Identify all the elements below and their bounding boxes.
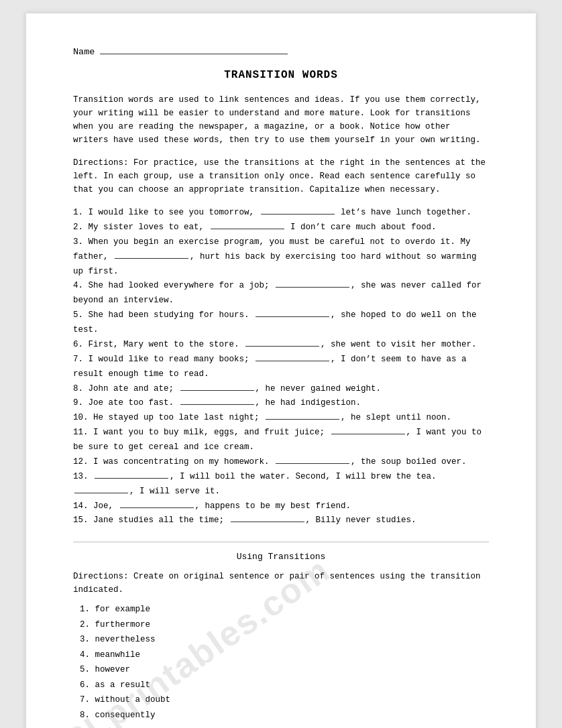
blank-9 <box>180 404 254 405</box>
blank-7 <box>256 361 329 361</box>
exercise-5: 5. She had been studying for hours. , sh… <box>73 308 489 338</box>
exercise-8: 8. John ate and ate; , he never gained w… <box>73 382 489 397</box>
blank-14 <box>120 507 194 508</box>
list-item-1: 1. for example <box>80 602 489 617</box>
list-item-8: 8. consequently <box>80 708 489 723</box>
blank-1 <box>261 214 335 215</box>
exercise-10: 10. He stayed up too late last night; , … <box>73 411 489 426</box>
list-item-2: 2. furthermore <box>80 617 489 633</box>
list-item-7: 7. without a doubt <box>80 692 489 708</box>
blank-13a <box>95 478 168 479</box>
blank-12 <box>276 463 349 464</box>
blank-15 <box>231 522 304 522</box>
list-item-4: 4. meanwhile <box>80 648 489 663</box>
exercise-2: 2. My sister loves to eat, I don’t care … <box>73 221 489 235</box>
list-section: 1. for example 2. furthermore 3. neverth… <box>73 602 489 723</box>
section-2-title: Using Transitions <box>73 552 489 562</box>
exercise-9: 9. Joe ate too fast. , he had indigestio… <box>73 396 489 411</box>
exercise-4: 4. She had looked everywhere for a job; … <box>73 279 489 308</box>
blank-4 <box>276 287 349 288</box>
blank-13b <box>74 493 128 493</box>
exercise-12: 12. I was concentrating on my homework. … <box>73 455 489 470</box>
exercise-7: 7. I would like to read many books; , I … <box>73 353 489 382</box>
list-item-3: 3. nevertheless <box>80 632 489 648</box>
blank-3 <box>115 258 188 259</box>
name-underline <box>100 54 288 54</box>
blank-11 <box>331 434 405 434</box>
exercise-6: 6. First, Mary went to the store. , she … <box>73 338 489 353</box>
blank-6 <box>245 346 319 347</box>
exercises-section: 1. I would like to see you tomorrow, let… <box>73 206 489 528</box>
exercise-3: 3. When you begin an exercise program, y… <box>73 235 489 280</box>
name-label: Name <box>73 47 95 57</box>
section-divider <box>73 542 489 542</box>
directions2-paragraph: Directions: Create on original sentence … <box>73 570 489 597</box>
list-item-6: 6. as a result <box>80 678 489 693</box>
exercise-15: 15. Jane studies all the time; , Billy n… <box>73 513 489 528</box>
blank-5 <box>256 316 329 317</box>
page: FSLprintables.com Name TRANSITION WORDS … <box>26 13 536 728</box>
directions-paragraph: Directions: For practice, use the transi… <box>73 156 489 196</box>
page-title: TRANSITION WORDS <box>73 69 489 81</box>
intro-paragraph: Transition words are used to link senten… <box>73 93 489 147</box>
blank-2 <box>211 229 284 229</box>
exercise-13: 13. , I will boil the water. Second, I w… <box>73 470 489 499</box>
list-item-5: 5. however <box>80 662 489 678</box>
exercise-14: 14. Joe, , happens to be my best friend. <box>73 499 489 514</box>
blank-10 <box>266 419 339 420</box>
blank-8 <box>180 390 254 391</box>
exercise-11: 11. I want you to buy milk, eggs, and fr… <box>73 426 489 455</box>
exercise-1: 1. I would like to see you tomorrow, let… <box>73 206 489 221</box>
name-line: Name <box>73 47 489 57</box>
